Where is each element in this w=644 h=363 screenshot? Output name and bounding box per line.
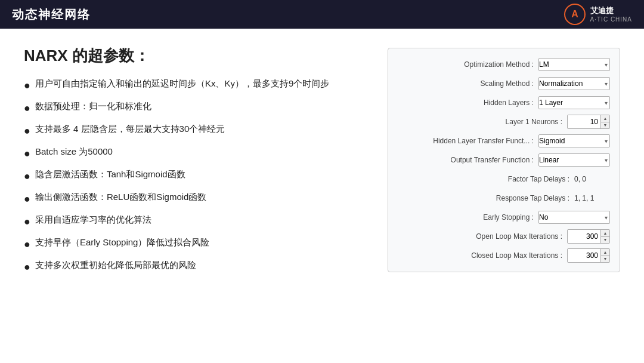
logo-icon: A — [564, 4, 586, 25]
bullet-text: 支持早停（Early Stopping）降低过拟合风险 — [35, 236, 210, 250]
select-field[interactable]: NoYes — [538, 211, 610, 224]
bullet-dot: ● — [24, 214, 30, 230]
form-control: NoYes — [538, 211, 610, 224]
bullet-dot: ● — [24, 123, 30, 139]
form-row: Closed Loop Max Iterations :▲▼ — [398, 248, 610, 263]
form-label: Hidden Layers : — [438, 99, 534, 107]
bullet-item: ●用户可自由指定输入和输出的延迟时间步（Kx、Ky），最多支持9个时间步 — [24, 77, 370, 94]
bullet-text: 用户可自由指定输入和输出的延迟时间步（Kx、Ky），最多支持9个时间步 — [35, 77, 329, 91]
spinner-down[interactable]: ▼ — [601, 237, 609, 244]
spinner-down[interactable]: ▼ — [601, 256, 609, 263]
logo-text-group: 艾迪捷 A·TIC CHINA — [590, 6, 632, 23]
spinner-buttons: ▲▼ — [600, 249, 609, 262]
bullet-item: ●支持早停（Early Stopping）降低过拟合风险 — [24, 236, 370, 253]
settings-box: Optimization Method :LMGDSGDScaling Meth… — [388, 48, 620, 272]
bullet-text: Batch size 为50000 — [35, 145, 113, 159]
form-control: LinearSigmoidReLU — [538, 153, 610, 167]
form-label: Layer 1 Neurons : — [467, 118, 562, 126]
bullet-dot: ● — [24, 259, 30, 275]
bullet-dot: ● — [24, 78, 30, 94]
bullet-text: 输出侧激活函数：ReLU函数和Sigmoid函数 — [35, 190, 207, 204]
bullet-item: ●支持多次权重初始化降低局部最优的风险 — [24, 259, 370, 275]
select-field[interactable]: SigmoidTanhReLU — [538, 134, 610, 147]
bullet-text: 采用自适应学习率的优化算法 — [35, 213, 151, 227]
form-row: Optimization Method :LMGDSGD — [398, 57, 610, 72]
form-label: Hidden Layer Transfer Funct... : — [433, 137, 534, 145]
bullet-list: ●用户可自由指定输入和输出的延迟时间步（Kx、Ky），最多支持9个时间步●数据预… — [24, 77, 370, 275]
svg-text:A: A — [571, 9, 578, 19]
bullet-text: 支持多次权重初始化降低局部最优的风险 — [35, 259, 196, 272]
form-row: Hidden Layer Transfer Funct... :SigmoidT… — [398, 133, 610, 149]
spinner-down[interactable]: ▼ — [601, 122, 609, 129]
select-wrapper[interactable]: LMGDSGD — [538, 58, 610, 71]
select-wrapper[interactable]: SigmoidTanhReLU — [538, 134, 610, 147]
page-title: 动态神经网络 — [12, 7, 91, 23]
bullet-item: ●输出侧激活函数：ReLU函数和Sigmoid函数 — [24, 190, 370, 207]
bullet-dot: ● — [24, 146, 30, 162]
form-label: Scaling Method : — [438, 79, 534, 88]
form-control: ▲▼ — [567, 229, 610, 244]
select-wrapper[interactable]: NoYes — [538, 211, 610, 224]
form-row: Response Tap Delays :1, 1, 1 — [398, 190, 610, 206]
select-wrapper[interactable]: 1 Layer2 Layers3 Layers4 Layers — [538, 96, 610, 109]
bullet-text: 支持最多 4 层隐含层，每层最大支持30个神经元 — [35, 122, 225, 136]
spinner-input[interactable]: ▲▼ — [567, 248, 610, 263]
form-row: Open Loop Max Iterations :▲▼ — [398, 229, 610, 244]
select-field[interactable]: LinearSigmoidReLU — [538, 153, 610, 167]
value-text: 1, 1, 1 — [574, 194, 610, 202]
form-control: 1, 1, 1 — [574, 194, 610, 202]
form-row: Factor Tap Delays :0, 0 — [398, 171, 610, 187]
value-text: 0, 0 — [574, 175, 610, 183]
right-panel: Optimization Method :LMGDSGDScaling Meth… — [388, 45, 620, 351]
form-row: Hidden Layers :1 Layer2 Layers3 Layers4 … — [398, 95, 610, 110]
spinner-up[interactable]: ▲ — [601, 230, 609, 237]
form-label: Open Loop Max Iterations : — [467, 232, 562, 241]
spinner-input[interactable]: ▲▼ — [567, 115, 610, 129]
select-field[interactable]: 1 Layer2 Layers3 Layers4 Layers — [538, 96, 610, 109]
logo-sub: A·TIC CHINA — [590, 16, 632, 23]
spinner-up[interactable]: ▲ — [601, 249, 609, 256]
spinner-value[interactable] — [568, 115, 600, 128]
section-title: NARX 的超参数： — [24, 45, 370, 66]
bullet-item: ●Batch size 为50000 — [24, 145, 370, 162]
bullet-item: ●数据预处理：归一化和标准化 — [24, 100, 370, 116]
bullet-item: ●采用自适应学习率的优化算法 — [24, 213, 370, 230]
form-label: Output Transfer Function : — [438, 156, 534, 164]
form-label: Optimization Method : — [438, 60, 534, 69]
form-row: Layer 1 Neurons :▲▼ — [398, 114, 610, 130]
logo-area: A 艾迪捷 A·TIC CHINA — [564, 4, 632, 25]
header: 动态神经网络 A 艾迪捷 A·TIC CHINA — [0, 0, 644, 29]
select-field[interactable]: NormalizationStandardizationNone — [538, 77, 610, 90]
form-control: ▲▼ — [567, 248, 610, 263]
logo-name: 艾迪捷 — [590, 6, 632, 16]
bullet-dot: ● — [24, 168, 30, 184]
form-row: Early Stopping :NoYes — [398, 210, 610, 225]
bullet-item: ●支持最多 4 层隐含层，每层最大支持30个神经元 — [24, 122, 370, 139]
bullet-text: 隐含层激活函数：Tanh和Sigmoid函数 — [35, 168, 185, 182]
form-label: Early Stopping : — [438, 213, 534, 222]
spinner-up[interactable]: ▲ — [601, 115, 609, 122]
form-label: Factor Tap Delays : — [474, 175, 569, 183]
select-wrapper[interactable]: NormalizationStandardizationNone — [538, 77, 610, 90]
bullet-dot: ● — [24, 191, 30, 207]
form-control: NormalizationStandardizationNone — [538, 77, 610, 90]
bullet-dot: ● — [24, 236, 30, 253]
bullet-text: 数据预处理：归一化和标准化 — [35, 100, 151, 113]
form-control: 1 Layer2 Layers3 Layers4 Layers — [538, 96, 610, 109]
spinner-input[interactable]: ▲▼ — [567, 229, 610, 244]
select-field[interactable]: LMGDSGD — [538, 58, 610, 71]
form-label: Response Tap Delays : — [474, 194, 569, 202]
form-control: LMGDSGD — [538, 58, 610, 71]
spinner-value[interactable] — [568, 230, 600, 243]
main-content: NARX 的超参数： ●用户可自由指定输入和输出的延迟时间步（Kx、Ky），最多… — [0, 29, 644, 363]
form-label: Closed Loop Max Iterations : — [467, 251, 562, 260]
spinner-buttons: ▲▼ — [600, 230, 609, 243]
form-control: 0, 0 — [574, 175, 610, 183]
spinner-buttons: ▲▼ — [600, 115, 609, 128]
form-row: Output Transfer Function :LinearSigmoidR… — [398, 152, 610, 168]
form-row: Scaling Method :NormalizationStandardiza… — [398, 76, 610, 91]
select-wrapper[interactable]: LinearSigmoidReLU — [538, 153, 610, 167]
form-control: SigmoidTanhReLU — [538, 134, 610, 147]
spinner-value[interactable] — [568, 249, 600, 262]
left-panel: NARX 的超参数： ●用户可自由指定输入和输出的延迟时间步（Kx、Ky），最多… — [24, 45, 370, 351]
